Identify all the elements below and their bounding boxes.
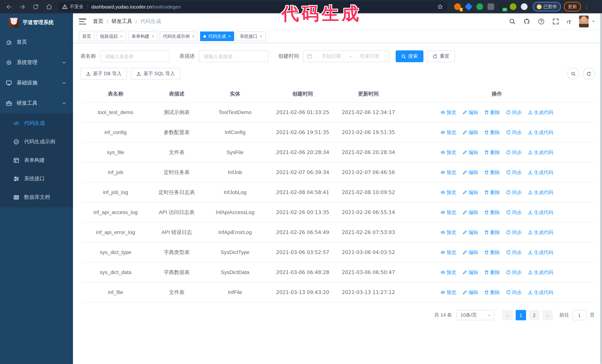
- preview-link[interactable]: 预览: [440, 228, 456, 237]
- date-range-picker[interactable]: 开始日期 - 结束日期: [303, 50, 390, 62]
- generate-code-link[interactable]: 生成代码: [528, 248, 553, 257]
- sidebar-item-研发工具[interactable]: 研发工具: [0, 93, 73, 113]
- close-icon[interactable]: ×: [228, 34, 231, 39]
- sidebar-item-基础设施[interactable]: 基础设施: [0, 73, 73, 93]
- table-desc-input[interactable]: [199, 50, 269, 62]
- search-icon[interactable]: [509, 18, 516, 25]
- tab-代码生成[interactable]: 代码生成×: [200, 31, 234, 41]
- preview-link[interactable]: 预览: [440, 188, 456, 197]
- extension-green-check[interactable]: [476, 3, 483, 10]
- delete-link[interactable]: 删除: [484, 288, 500, 297]
- sidebar-subitem-代码生成示例[interactable]: 代码生成示例: [0, 133, 73, 151]
- edit-link[interactable]: 编辑: [462, 248, 478, 257]
- goto-page-input[interactable]: [572, 310, 587, 320]
- preview-link[interactable]: 预览: [440, 128, 456, 137]
- hamburger-icon[interactable]: [79, 19, 86, 24]
- close-icon[interactable]: ×: [151, 34, 154, 39]
- prev-page-button[interactable]: ‹: [502, 310, 513, 320]
- sidebar-item-系统管理[interactable]: 系统管理: [0, 52, 73, 73]
- sidebar-subitem-代码生成[interactable]: 代码生成: [0, 114, 73, 133]
- next-page-button[interactable]: ›: [542, 310, 553, 320]
- extension-robot[interactable]: [510, 3, 516, 10]
- page-scrollbar[interactable]: [600, 13, 602, 364]
- app-logo-row[interactable]: 芋道管理系统: [0, 13, 73, 32]
- browser-menu-icon[interactable]: ⋮: [584, 5, 588, 9]
- generate-code-link[interactable]: 生成代码: [528, 168, 553, 177]
- address-bar[interactable]: 不安全 dashboard.yudao.iocoder.cn/tool/code…: [58, 1, 448, 12]
- help-icon[interactable]: [538, 18, 545, 25]
- close-icon[interactable]: ×: [120, 34, 123, 39]
- close-icon[interactable]: ×: [192, 34, 194, 39]
- delete-link[interactable]: 删除: [484, 228, 500, 237]
- close-icon[interactable]: ×: [260, 34, 262, 39]
- start-date-placeholder[interactable]: 开始日期: [315, 53, 347, 60]
- edit-link[interactable]: 编辑: [462, 268, 478, 277]
- extension-grid[interactable]: [487, 3, 494, 10]
- edit-link[interactable]: 编辑: [462, 228, 478, 237]
- delete-link[interactable]: 删除: [484, 188, 500, 197]
- edit-link[interactable]: 编辑: [462, 208, 478, 217]
- reset-button[interactable]: 重置: [427, 50, 455, 62]
- toggle-search-button[interactable]: [567, 68, 579, 80]
- generate-code-link[interactable]: 生成代码: [528, 148, 553, 157]
- preview-link[interactable]: 预览: [440, 268, 456, 277]
- preview-link[interactable]: 预览: [440, 148, 456, 157]
- back-icon[interactable]: [4, 2, 13, 11]
- sync-link[interactable]: 同步: [506, 188, 522, 197]
- page-button-1[interactable]: 1: [516, 310, 526, 320]
- generate-code-link[interactable]: 生成代码: [528, 128, 553, 137]
- search-button[interactable]: 搜索: [396, 50, 423, 62]
- tab-代码生成示例[interactable]: 代码生成示例×: [160, 31, 198, 41]
- generate-code-link[interactable]: 生成代码: [528, 188, 553, 197]
- breadcrumb-tools[interactable]: 研发工具: [111, 18, 132, 25]
- github-icon[interactable]: [524, 18, 530, 25]
- edit-link[interactable]: 编辑: [462, 288, 478, 297]
- preview-link[interactable]: 预览: [440, 108, 456, 117]
- generate-code-link[interactable]: 生成代码: [528, 228, 553, 237]
- edit-link[interactable]: 编辑: [462, 128, 478, 137]
- delete-link[interactable]: 删除: [484, 248, 500, 257]
- bookmark-star-icon[interactable]: [437, 4, 443, 10]
- delete-link[interactable]: 删除: [484, 168, 500, 177]
- preview-link[interactable]: 预览: [440, 168, 456, 177]
- generate-code-link[interactable]: 生成代码: [528, 208, 553, 217]
- import-db-button[interactable]: 基于 DB 导入: [80, 68, 127, 80]
- table-name-input[interactable]: [100, 50, 170, 62]
- breadcrumb-home[interactable]: 首页: [93, 18, 103, 25]
- sync-link[interactable]: 同步: [506, 168, 522, 177]
- sidebar-item-首页[interactable]: 首页: [0, 32, 73, 52]
- preview-link[interactable]: 预览: [440, 248, 456, 257]
- extension-puzzle[interactable]: [521, 3, 527, 10]
- sync-link[interactable]: 同步: [506, 108, 522, 117]
- sync-link[interactable]: 同步: [506, 228, 522, 237]
- delete-link[interactable]: 删除: [484, 108, 500, 117]
- delete-link[interactable]: 删除: [484, 268, 500, 277]
- generate-code-link[interactable]: 生成代码: [528, 288, 553, 297]
- generate-code-link[interactable]: 生成代码: [528, 108, 553, 117]
- avatar[interactable]: [579, 16, 589, 27]
- sync-link[interactable]: 同步: [506, 288, 522, 297]
- edit-link[interactable]: 编辑: [462, 188, 478, 197]
- delete-link[interactable]: 删除: [484, 128, 500, 137]
- extension-orange[interactable]: 1: [454, 3, 461, 10]
- reload-icon[interactable]: [31, 2, 40, 11]
- end-date-placeholder[interactable]: 结束日期: [354, 53, 386, 60]
- fullscreen-icon[interactable]: [552, 18, 559, 25]
- preview-link[interactable]: 预览: [440, 288, 456, 297]
- delete-link[interactable]: 删除: [484, 148, 500, 157]
- refresh-table-button[interactable]: [583, 68, 595, 80]
- sync-link[interactable]: 同步: [506, 148, 522, 157]
- edit-link[interactable]: 编辑: [462, 168, 478, 177]
- forward-icon[interactable]: [18, 2, 27, 11]
- extension-dark-on[interactable]: on: [499, 3, 505, 10]
- tab-系统接口[interactable]: 系统接口×: [236, 31, 266, 41]
- sidebar-subitem-系统接口[interactable]: 系统接口: [0, 170, 73, 188]
- page-button-2[interactable]: 2: [529, 310, 539, 320]
- tab-表单构建[interactable]: 表单构建×: [128, 31, 157, 41]
- sync-link[interactable]: 同步: [506, 248, 522, 257]
- home-icon[interactable]: [44, 2, 53, 11]
- chevron-down-icon[interactable]: [592, 20, 595, 23]
- page-size-select[interactable]: 10条/页: [456, 310, 494, 320]
- sync-link[interactable]: 同步: [506, 128, 522, 137]
- generate-code-link[interactable]: 生成代码: [528, 268, 553, 277]
